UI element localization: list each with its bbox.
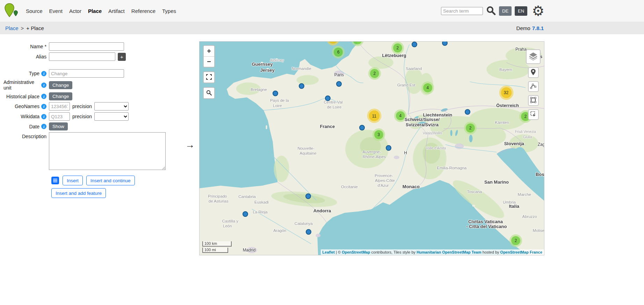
attribution-link[interactable]: OpenStreetMap: [342, 250, 370, 254]
place-marker[interactable]: [386, 145, 391, 151]
historical-place-change-button[interactable]: Change: [49, 92, 72, 100]
map-label: Slovenija: [504, 141, 524, 146]
map-label: de Loire: [327, 105, 342, 109]
layers-icon: [529, 51, 538, 62]
add-marker-button[interactable]: [528, 67, 539, 78]
search-input[interactable]: [441, 7, 483, 15]
nav-item-reference[interactable]: Reference: [131, 8, 155, 14]
draw-rectangle-button[interactable]: [528, 95, 539, 106]
lang-en-button[interactable]: EN: [515, 6, 527, 16]
map-label: Alderney: [270, 58, 284, 62]
gear-icon[interactable]: ⚙: [532, 3, 544, 19]
nav-item-artifact[interactable]: Artifact: [108, 8, 125, 14]
description-textarea[interactable]: [49, 132, 166, 170]
insert-button[interactable]: Insert: [63, 176, 83, 185]
nav-item-types[interactable]: Types: [162, 8, 176, 14]
type-label: Type: [29, 71, 39, 76]
cluster-marker-yellow[interactable]: 11: [369, 111, 379, 121]
insert-and-continue-button[interactable]: Insert and continue: [86, 176, 135, 185]
wikidata-precision-label: precision: [72, 114, 92, 119]
place-marker[interactable]: [299, 83, 304, 89]
collapse-form-arrow[interactable]: →: [185, 140, 195, 150]
search-button[interactable]: [486, 6, 496, 16]
nav-item-source[interactable]: Source: [26, 8, 43, 14]
map-label: Grand Est: [397, 83, 415, 87]
nav-item-place[interactable]: Place: [88, 8, 102, 14]
breadcrumb-separator: >: [21, 25, 24, 31]
version-info: Demo7.8.1: [516, 25, 544, 31]
map-label: León: [223, 224, 232, 228]
map-label: H: [404, 150, 407, 155]
attribution-link[interactable]: Leaflet: [323, 250, 335, 254]
place-marker[interactable]: [243, 211, 248, 217]
fullscreen-button[interactable]: [204, 72, 214, 83]
nav-item-actor[interactable]: Actor: [69, 8, 81, 14]
map-label: France: [320, 124, 335, 129]
map-label: Italia: [509, 204, 519, 209]
attribution-text: contributors, Tiles style by: [370, 250, 417, 254]
info-icon[interactable]: i: [41, 114, 46, 119]
cluster-marker-green[interactable]: 6: [334, 48, 343, 57]
cluster-marker-green[interactable]: 2: [393, 43, 402, 52]
edit-geometry-button[interactable]: [528, 109, 539, 120]
info-icon[interactable]: i: [41, 104, 46, 109]
rectangle-icon: [530, 97, 536, 105]
cluster-marker-yellow[interactable]: [328, 41, 338, 44]
cluster-marker-yellow[interactable]: 32: [501, 87, 512, 98]
map-search-button[interactable]: [204, 88, 214, 98]
place-marker[interactable]: [465, 109, 470, 115]
breadcrumb-place-link[interactable]: Place: [5, 25, 19, 31]
cluster-marker-green[interactable]: 4: [396, 111, 405, 120]
topbar: SourceEventActorPlaceArtifactReferenceTy…: [0, 0, 644, 22]
place-marker[interactable]: [442, 41, 448, 46]
map-label: Occitanie: [341, 185, 358, 189]
place-marker[interactable]: [273, 91, 278, 96]
attribution-link[interactable]: Humanitarian OpenStreetMap Team: [417, 250, 482, 254]
attribution-link[interactable]: OpenStreetMap France: [500, 250, 542, 254]
geonames-input[interactable]: [49, 102, 70, 111]
info-icon[interactable]: i: [41, 124, 46, 129]
info-icon[interactable]: i: [41, 83, 46, 88]
lang-de-button[interactable]: DE: [499, 6, 512, 16]
place-marker[interactable]: [305, 193, 311, 199]
nav-item-event[interactable]: Event: [49, 8, 63, 14]
map-label: Auvergne-: [362, 150, 381, 154]
zoom-out-button[interactable]: −: [204, 56, 214, 67]
type-input[interactable]: [49, 69, 124, 78]
manual-icon[interactable]: [51, 177, 59, 184]
place-marker[interactable]: [325, 95, 331, 101]
wikidata-precision-select[interactable]: [94, 112, 129, 121]
alias-label: Alias: [36, 54, 46, 59]
alias-input[interactable]: [49, 52, 115, 61]
place-marker[interactable]: [336, 81, 342, 87]
draw-polyline-button[interactable]: [528, 81, 539, 92]
zoom-in-button[interactable]: +: [204, 46, 214, 56]
wikidata-input[interactable]: [49, 112, 70, 121]
map-label: Pays de la: [270, 98, 289, 102]
insert-and-add-feature-button[interactable]: Insert and add feature: [51, 188, 106, 198]
place-marker[interactable]: [359, 125, 365, 130]
cluster-marker-green[interactable]: 2: [511, 236, 520, 245]
name-input[interactable]: [49, 42, 124, 51]
cluster-marker-green[interactable]: 3: [374, 130, 383, 139]
cluster-marker-green[interactable]: 4: [423, 83, 432, 92]
app-logo-icon[interactable]: [4, 3, 20, 19]
info-icon[interactable]: i: [41, 71, 46, 76]
map-canvas[interactable]: 68224423223211GuernseyJerseyAlderneyNorm…: [199, 41, 544, 255]
administrative-unit-change-button[interactable]: Change: [49, 81, 72, 89]
place-marker[interactable]: [306, 229, 311, 235]
date-label: Date: [29, 124, 39, 129]
map-label: de Asturias: [209, 199, 229, 203]
geonames-precision-select[interactable]: [94, 102, 129, 111]
add-alias-button[interactable]: +: [118, 53, 126, 61]
layers-button[interactable]: [526, 49, 541, 64]
info-icon[interactable]: i: [41, 94, 46, 99]
cluster-marker-green[interactable]: 8: [353, 41, 362, 44]
place-marker[interactable]: [412, 42, 417, 47]
cluster-marker-green[interactable]: 2: [466, 123, 475, 133]
scale-mi: 100 mi: [202, 248, 228, 253]
version-number-link[interactable]: 7.8.1: [532, 25, 544, 31]
geonames-precision-label: precision: [72, 104, 92, 109]
cluster-marker-green[interactable]: 2: [370, 69, 379, 78]
date-show-button[interactable]: Show: [49, 122, 68, 130]
